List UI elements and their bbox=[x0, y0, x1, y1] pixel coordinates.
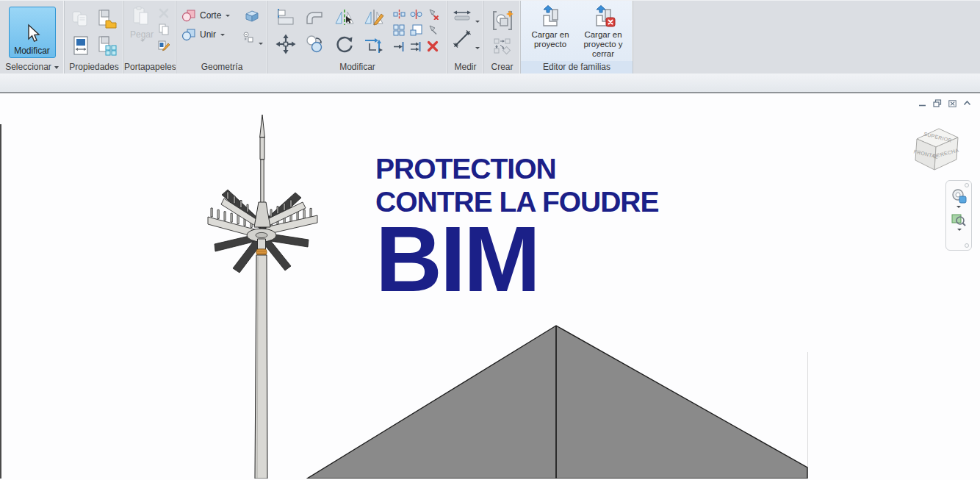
chevron-down-icon[interactable] bbox=[956, 206, 961, 208]
panel-medir: Medir bbox=[447, 1, 484, 74]
chevron-down-icon bbox=[54, 66, 59, 69]
load-into-project-button[interactable]: Cargar en proyecto bbox=[524, 5, 577, 59]
unpin-button[interactable] bbox=[425, 7, 440, 21]
restore-window-icon[interactable] bbox=[933, 99, 942, 107]
roof-geometry bbox=[307, 326, 807, 479]
panel-seleccionar: Modificar Seleccionar bbox=[0, 1, 65, 74]
rotate-button[interactable] bbox=[331, 32, 358, 57]
panel-editor-familias-content: Cargar en proyecto Cargar en proyecto y … bbox=[521, 1, 633, 61]
panel-label-propiedades: Propiedades bbox=[65, 61, 123, 74]
array-button[interactable] bbox=[392, 23, 406, 37]
load-into-project-and-close-icon bbox=[591, 5, 616, 29]
paste-clipboard-icon bbox=[131, 5, 153, 29]
left-window-edge bbox=[0, 124, 1, 479]
trim-extend-corner-icon bbox=[363, 33, 385, 55]
panel-portapapeles-content: Pegar bbox=[124, 1, 176, 61]
load-into-project-icon bbox=[538, 5, 563, 29]
modify-button[interactable]: Modificar bbox=[9, 7, 56, 58]
trim-extend-single-button[interactable] bbox=[392, 39, 406, 54]
minimize-icon[interactable] bbox=[918, 100, 926, 107]
chevron-down-icon[interactable] bbox=[957, 229, 962, 231]
move-button[interactable] bbox=[273, 32, 299, 57]
viewcube[interactable]: SUPERIOR FRONTAL DERECHA bbox=[905, 121, 968, 180]
measure-button[interactable] bbox=[452, 29, 472, 49]
load-as-group-button[interactable] bbox=[492, 37, 513, 56]
mirror-pick-axis-button[interactable] bbox=[331, 5, 358, 30]
split-with-gap-button[interactable] bbox=[408, 7, 423, 21]
load-as-group-icon bbox=[493, 37, 512, 55]
create-group-button[interactable] bbox=[490, 8, 515, 33]
offset-icon bbox=[304, 7, 326, 28]
measure-between-refs-button[interactable] bbox=[452, 8, 472, 23]
family-types-disabled-button[interactable] bbox=[69, 7, 93, 32]
close-window-icon[interactable] bbox=[948, 100, 956, 107]
navbar-options-icon[interactable] bbox=[965, 243, 969, 248]
title-line-3: BIM bbox=[375, 220, 659, 299]
ribbon: Modificar Seleccionar bbox=[0, 0, 980, 74]
modify-button-label: Modificar bbox=[14, 46, 50, 56]
family-types-grid-icon bbox=[96, 35, 118, 56]
zoom-region-icon[interactable] bbox=[951, 212, 967, 227]
align-button[interactable] bbox=[273, 5, 299, 30]
family-types-disabled-icon bbox=[71, 9, 91, 29]
panel-propiedades: Propiedades bbox=[65, 1, 124, 74]
copy-button[interactable] bbox=[302, 32, 328, 57]
family-category-button[interactable] bbox=[96, 7, 119, 32]
mirror-pick-axis-icon bbox=[334, 7, 356, 28]
align-icon bbox=[275, 7, 297, 28]
navbar-gear-icon[interactable] bbox=[965, 183, 969, 187]
trim-extend-single-icon bbox=[393, 41, 406, 52]
delete-button[interactable] bbox=[425, 39, 440, 54]
split-element-icon bbox=[393, 9, 406, 20]
split-element-button[interactable] bbox=[392, 7, 406, 21]
offset-button[interactable] bbox=[302, 5, 328, 30]
revit-family-editor-window: Modificar Seleccionar bbox=[0, 0, 980, 480]
panel-propiedades-content bbox=[65, 1, 123, 61]
family-types-button[interactable] bbox=[96, 33, 119, 58]
chevron-down-icon bbox=[259, 43, 263, 45]
connectors-button[interactable] bbox=[241, 30, 256, 45]
panel-geometria: Corte Unir bbox=[176, 1, 268, 74]
panel-seleccionar-content: Modificar bbox=[0, 1, 64, 61]
join-geometry-button[interactable]: Unir bbox=[181, 27, 230, 42]
trim-extend-corner-button[interactable] bbox=[361, 32, 387, 57]
load-into-project-and-close-button[interactable]: Cargar en proyecto y cerrar bbox=[577, 5, 630, 59]
panel-modificar-content bbox=[268, 1, 447, 61]
trim-extend-multiple-button[interactable] bbox=[408, 39, 423, 54]
chevron-down-icon bbox=[140, 40, 145, 42]
cut-button-disabled[interactable] bbox=[157, 7, 170, 20]
paste-button-label: Pegar bbox=[130, 29, 154, 40]
panel-label-geometria: Geometría bbox=[176, 61, 267, 74]
panel-portapapeles: Pegar bbox=[124, 1, 176, 74]
scale-icon bbox=[410, 24, 422, 36]
chevron-down-icon bbox=[226, 15, 230, 17]
connectors-icon bbox=[242, 31, 255, 44]
paste-button-disabled[interactable]: Pegar bbox=[129, 5, 155, 52]
title-overlay: PROTECTION CONTRE LA FOUDRE BIM bbox=[375, 152, 659, 299]
cut-geometry-label: Corte bbox=[200, 10, 221, 21]
navigation-bar bbox=[945, 180, 972, 251]
pin-icon bbox=[427, 24, 439, 36]
measure-diagonal-icon bbox=[453, 29, 472, 49]
steering-wheel-icon[interactable] bbox=[950, 188, 968, 204]
panel-crear: Crear bbox=[484, 1, 521, 74]
scale-button[interactable] bbox=[408, 23, 423, 37]
cut-geometry-button[interactable]: Corte bbox=[181, 8, 230, 23]
pin-button[interactable] bbox=[425, 23, 440, 37]
match-type-properties-button[interactable] bbox=[156, 39, 171, 52]
array-icon bbox=[393, 24, 405, 36]
paint-button[interactable] bbox=[243, 8, 261, 24]
copy-icon bbox=[304, 34, 326, 54]
cursor-arrow-icon bbox=[23, 24, 42, 46]
mirror-draw-axis-button[interactable] bbox=[361, 5, 387, 30]
drawing-canvas[interactable]: PROTECTION CONTRE LA FOUDRE BIM bbox=[0, 93, 980, 479]
rotate-icon bbox=[334, 33, 356, 55]
panel-label-editor-familias: Editor de familias bbox=[521, 61, 633, 74]
properties-palette-button[interactable] bbox=[69, 33, 93, 58]
panel-label-seleccionar[interactable]: Seleccionar bbox=[0, 61, 64, 74]
copy-to-clipboard-button[interactable] bbox=[157, 22, 170, 37]
ribbon-empty-area bbox=[633, 1, 980, 74]
properties-palette-icon bbox=[71, 35, 91, 56]
delete-x-icon bbox=[427, 40, 439, 52]
chevron-up-icon[interactable] bbox=[963, 100, 971, 107]
